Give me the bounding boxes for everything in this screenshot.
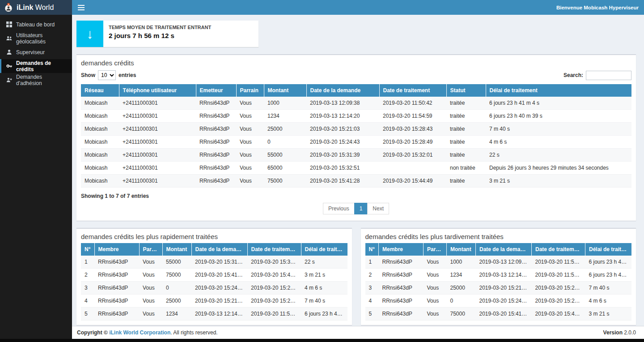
table-cell: Vous (139, 295, 162, 308)
table-cell: RRnsi643dP (196, 136, 236, 149)
table-cell: 2019-03-20 15:24:43 (306, 136, 379, 149)
column-header[interactable]: Réseau (81, 84, 119, 97)
table-cell: 2019-03-20 15:32:51 (306, 162, 379, 175)
brand[interactable]: iLink World (0, 0, 72, 15)
sidebar-item-label: Demandes d'adhésion (16, 74, 68, 86)
column-header[interactable]: Date de la demande (476, 243, 532, 256)
credit-requests-panel: demandes crédits Show 10 entries Search:… (76, 54, 636, 221)
table-cell: 1234 (162, 308, 191, 321)
table-cell: Vous (424, 295, 447, 308)
table-cell: 6 jours 23 h 40 m 39 s (585, 269, 632, 282)
bottom-panels-row: demandes crédits les plus rapidement tra… (76, 228, 636, 325)
user-menu[interactable]: Bienvenue Mobicash Hyperviseur (556, 5, 644, 10)
table-cell: 3 m 21 s (486, 175, 631, 188)
pagination-previous-button[interactable]: Previous (323, 203, 355, 214)
sidebar-item-credit-requests[interactable]: Demandes de crédits (0, 59, 72, 73)
table-cell: 2019-03-13 12:09:38 (306, 97, 379, 110)
pagination-next-button[interactable]: Next (367, 203, 389, 214)
panel-body: N°MembreParrainMontantDate de la demande… (361, 243, 636, 325)
panel-title: demandes crédits les plus tardivement tr… (361, 229, 636, 243)
search-input[interactable] (586, 71, 631, 80)
column-header[interactable]: Montant (447, 243, 476, 256)
entries-label: entries (119, 72, 136, 78)
table-cell: 4 (365, 295, 379, 308)
table-cell: 2019-03-20 15:28:43 (379, 123, 446, 136)
table-cell: 25000 (264, 123, 306, 136)
table-cell: Vous (236, 162, 264, 175)
table-body: 1RRnsi643dPVous550002019-03-20 15:31:392… (81, 256, 347, 321)
table-cell: 2019-03-20 15:41:28 (476, 308, 532, 321)
slowest-requests-panel: demandes crédits les plus tardivement tr… (361, 228, 636, 325)
sidebar-item-geo-users[interactable]: Utilisateurs géolocalisés (0, 31, 72, 45)
column-header[interactable]: Date de la demande (306, 84, 379, 97)
table-cell: 2019-03-13 12:14:20 (191, 308, 247, 321)
table-cell: 0 (162, 282, 191, 295)
table-cell: traitée (446, 97, 486, 110)
table-row: 1RRnsi643dPVous10002019-03-13 12:09:3820… (365, 256, 632, 269)
table-cell: RRnsi643dP (196, 175, 236, 188)
column-header[interactable]: Délai de traitement (486, 84, 631, 97)
table-cell: Vous (236, 123, 264, 136)
column-header[interactable]: Membre (379, 243, 424, 256)
column-header[interactable]: Date de traitement (247, 243, 301, 256)
table-cell: 2019-03-20 11:54:59 (379, 110, 446, 123)
page-length-select[interactable]: 10 (98, 70, 116, 80)
table-header-row: N°MembreParrainMontantDate de la demande… (81, 243, 347, 256)
sidebar-toggle-button[interactable] (72, 0, 90, 15)
table-cell: 55000 (162, 256, 191, 269)
table-cell: Mobicash (81, 162, 119, 175)
dashboard-icon (6, 21, 12, 28)
column-header[interactable]: N° (365, 243, 379, 256)
table-head: N°MembreParrainMontantDate de la demande… (365, 243, 632, 256)
table-cell: traitée (446, 175, 486, 188)
column-header[interactable]: N° (81, 243, 94, 256)
key-icon (6, 63, 12, 69)
table-cell: 55000 (264, 149, 306, 162)
table-cell: 1 (81, 256, 94, 269)
table-cell: 2019-03-20 15:41:28 (191, 269, 247, 282)
table-cell: 2019-03-20 15:24:43 (476, 295, 532, 308)
sidebar-item-label: Demandes de crédits (16, 60, 68, 73)
pagination-page-1-button[interactable]: 1 (354, 203, 368, 214)
fastest-requests-table: N°MembreParrainMontantDate de la demande… (81, 243, 347, 321)
table-row: 5RRnsi643dPVous750002019-03-20 15:41:282… (365, 308, 632, 321)
column-header[interactable]: Parrain (424, 243, 447, 256)
column-header[interactable]: Montant (162, 243, 191, 256)
column-header[interactable]: Délai de traitement (585, 243, 632, 256)
table-cell: RRnsi643dP (379, 282, 424, 295)
table-cell: 75000 (264, 175, 306, 188)
table-cell: RRnsi643dP (379, 295, 424, 308)
sidebar-item-supervisor[interactable]: Superviseur (0, 45, 72, 59)
table-cell: Vous (139, 269, 162, 282)
table-cell: 2019-03-20 15:24:43 (191, 282, 247, 295)
footer-company-link[interactable]: iLink World Corporation (109, 329, 170, 336)
table-cell: 2 (365, 269, 379, 282)
column-header[interactable]: Délai de traitement (301, 243, 347, 256)
column-header[interactable]: Montant (264, 84, 306, 97)
column-header[interactable]: Date de traitement (379, 84, 446, 97)
column-header[interactable]: Membre (94, 243, 139, 256)
column-header[interactable]: Statut (446, 84, 486, 97)
table-row: 4RRnsi643dPVous250002019-03-20 15:21:032… (81, 295, 347, 308)
table-cell: 6 jours 23 h 40 m 39 s (301, 308, 347, 321)
column-header[interactable]: Parrain (236, 84, 264, 97)
table-cell: 2019-03-20 15:44:49 (247, 269, 301, 282)
column-header[interactable]: Date de traitement (532, 243, 585, 256)
column-header[interactable]: Téléphone utilisateur (119, 84, 196, 97)
table-cell: 4 m 6 s (301, 282, 347, 295)
table-cell: 25000 (162, 295, 191, 308)
sidebar-item-dashboard[interactable]: Tableau de bord (0, 17, 72, 31)
panel-title: demandes crédits les plus rapidement tra… (76, 229, 352, 243)
table-cell: 5 (81, 308, 94, 321)
table-cell: 2019-03-20 15:41:28 (306, 175, 379, 188)
table-row: Mobicash+24111000301RRnsi643dPVous02019-… (81, 136, 631, 149)
column-header[interactable]: Parrain (139, 243, 162, 256)
column-header[interactable]: Emetteur (196, 84, 236, 97)
sidebar-item-membership-requests[interactable]: Demandes d'adhésion (0, 73, 72, 87)
table-cell: +24111000301 (119, 123, 196, 136)
brand-logo-icon (4, 3, 13, 13)
table-cell: 3 m 21 s (301, 269, 347, 282)
column-header[interactable]: Date de la demande (191, 243, 247, 256)
table-cell: +24111000301 (119, 97, 196, 110)
user-icon (6, 49, 12, 56)
